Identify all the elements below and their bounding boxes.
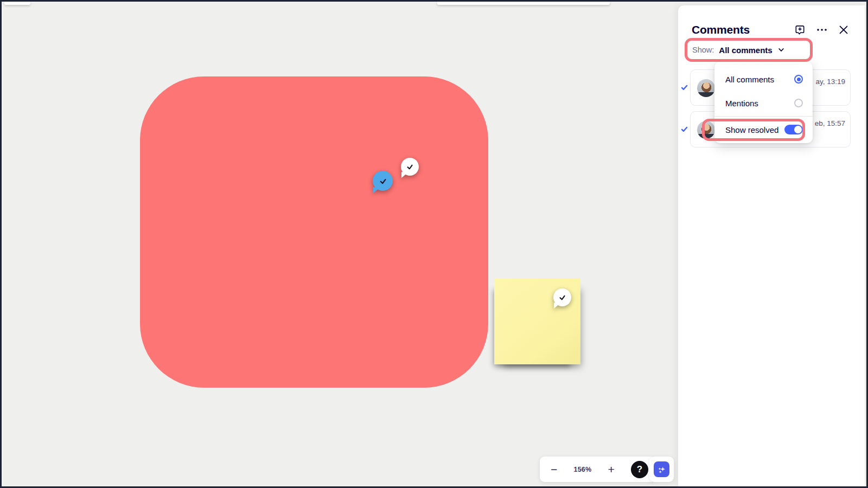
ellipsis-icon	[815, 23, 828, 36]
app-window: − 156% + ? Comments	[0, 0, 868, 488]
filter-dropdown-menu: All comments Mentions Show resolved	[714, 62, 813, 143]
board-canvas[interactable]: − 156% + ? Comments	[2, 2, 866, 486]
chevron-down-icon	[777, 46, 785, 54]
option-mentions[interactable]: Mentions	[714, 91, 813, 115]
shape-rounded-square[interactable]	[140, 76, 488, 388]
option-label: Mentions	[725, 99, 758, 108]
option-all-comments[interactable]: All comments	[714, 67, 813, 91]
close-panel-button[interactable]	[838, 24, 850, 36]
sparkles-icon	[657, 464, 666, 476]
show-filter-value: All comments	[719, 46, 772, 55]
ai-assistant-button[interactable]	[654, 461, 669, 477]
ai-button-card	[649, 457, 674, 482]
check-icon	[558, 293, 567, 302]
zoom-in-button[interactable]: +	[604, 463, 617, 476]
resolved-check-icon	[681, 126, 688, 133]
add-comment-icon	[794, 24, 806, 36]
show-resolved-label: Show resolved	[725, 125, 778, 134]
help-button[interactable]: ?	[631, 461, 648, 478]
more-options-button[interactable]	[815, 23, 828, 36]
avatar	[697, 121, 715, 139]
show-resolved-toggle[interactable]	[784, 125, 803, 134]
comment-timestamp: eb, 15:57	[815, 119, 845, 127]
comment-marker-active[interactable]	[373, 171, 393, 191]
show-filter-label: Show:	[692, 46, 714, 54]
check-icon	[378, 176, 388, 186]
cropped-toolbar-edge-center	[437, 2, 610, 5]
panel-title: Comments	[692, 23, 794, 36]
comment-timestamp: ay, 13:19	[815, 78, 845, 86]
avatar	[697, 79, 715, 97]
option-label: All comments	[725, 75, 774, 84]
show-filter-dropdown-trigger[interactable]: Show: All comments	[685, 38, 813, 62]
comment-marker-resolved-1[interactable]	[401, 158, 419, 176]
comments-panel: Comments	[678, 5, 865, 486]
cropped-toolbar-edge-left	[4, 2, 30, 5]
radio-selected-icon[interactable]	[794, 75, 803, 84]
resolved-check-icon	[681, 84, 688, 91]
show-resolved-row[interactable]: Show resolved	[714, 118, 813, 142]
zoom-out-button[interactable]: −	[547, 463, 560, 476]
menu-divider	[714, 116, 813, 117]
comments-panel-header: Comments	[692, 22, 850, 38]
close-icon	[838, 24, 850, 36]
zoom-level[interactable]: 156%	[573, 466, 591, 473]
comment-marker-resolved-2[interactable]	[553, 288, 571, 306]
radio-unselected-icon[interactable]	[794, 99, 803, 107]
add-comment-button[interactable]	[794, 24, 806, 36]
zoom-toolbar: − 156% + ?	[540, 457, 656, 482]
check-icon	[405, 162, 414, 171]
